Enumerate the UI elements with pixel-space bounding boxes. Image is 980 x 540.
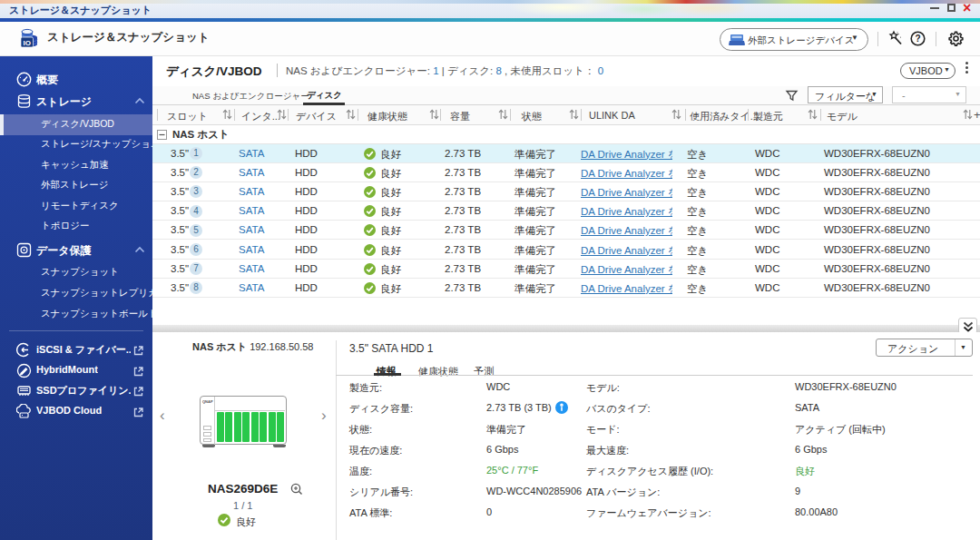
svg-text:?: ?	[915, 34, 920, 44]
svg-text:IO: IO	[23, 39, 30, 47]
